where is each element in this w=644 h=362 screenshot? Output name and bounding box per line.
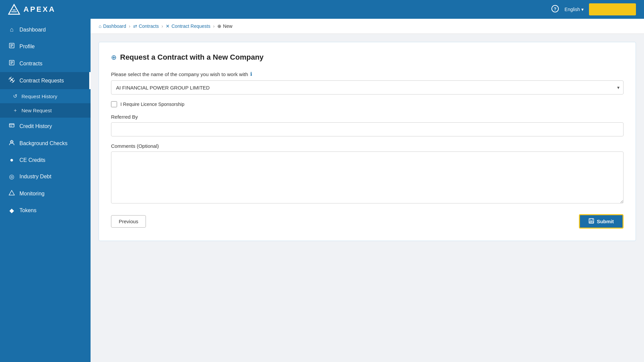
- breadcrumb-current: ⊕ New: [217, 23, 232, 29]
- sidebar-item-label: Contracts: [19, 61, 42, 67]
- comments-textarea[interactable]: [111, 152, 624, 203]
- main-layout: ⌂ Dashboard Profile Contracts Contract R…: [0, 19, 644, 362]
- sidebar-subitem-new-request[interactable]: ＋ New Request: [0, 103, 91, 118]
- breadcrumb-sep-1: ›: [129, 23, 130, 29]
- sidebar-subitem-label: Request History: [21, 94, 57, 99]
- previous-button[interactable]: Previous: [111, 215, 146, 228]
- sidebar: ⌂ Dashboard Profile Contracts Contract R…: [0, 19, 91, 362]
- sidebar-item-credit-history[interactable]: Credit History: [0, 118, 91, 135]
- sidebar-item-label: CE Credits: [19, 157, 45, 163]
- submit-button[interactable]: Submit: [579, 214, 624, 229]
- new-request-icon: ＋: [12, 107, 18, 114]
- sidebar-item-ce-credits[interactable]: ● CE Credits: [0, 152, 91, 168]
- breadcrumb-contracts[interactable]: ⇄ Contracts: [133, 23, 159, 29]
- contracts-bc-icon: ⇄: [133, 23, 137, 29]
- licence-checkbox-label[interactable]: I Require Licence Sponsorship: [120, 102, 184, 107]
- sidebar-item-industry-debt[interactable]: ◎ Industry Debt: [0, 168, 91, 185]
- sidebar-item-label: Credit History: [19, 123, 52, 129]
- form-title-text: Request a Contract with a New Company: [120, 53, 264, 62]
- sidebar-item-contracts[interactable]: Contracts: [0, 55, 91, 72]
- top-navigation: APEXA ? English ▾: [0, 0, 644, 19]
- referred-by-input[interactable]: [111, 122, 624, 136]
- submit-button-label: Submit: [597, 219, 614, 224]
- contract-requests-bc-icon: ✕: [166, 23, 170, 29]
- licence-checkbox-row: I Require Licence Sponsorship: [111, 101, 624, 107]
- sidebar-subitem-label: New Request: [21, 108, 52, 113]
- sidebar-item-label: Dashboard: [19, 27, 46, 33]
- sidebar-item-label: Background Checks: [19, 140, 67, 146]
- sidebar-item-monitoring[interactable]: Monitoring: [0, 185, 91, 202]
- breadcrumb-label: Contracts: [139, 23, 159, 29]
- breadcrumb-dashboard[interactable]: ⌂ Dashboard: [99, 23, 126, 29]
- topnav-right: ? English ▾: [551, 3, 636, 15]
- sidebar-item-label: Contract Requests: [19, 78, 64, 84]
- sidebar-item-label: Profile: [19, 44, 35, 50]
- breadcrumb-sep-3: ›: [213, 23, 215, 29]
- monitoring-icon: [8, 190, 15, 197]
- sidebar-item-label: Monitoring: [19, 191, 45, 197]
- sidebar-subitem-request-history[interactable]: ↺ Request History: [0, 89, 91, 103]
- language-selector[interactable]: English ▾: [565, 7, 584, 12]
- sidebar-item-dashboard[interactable]: ⌂ Dashboard: [0, 21, 91, 38]
- sidebar-item-contract-requests[interactable]: Contract Requests: [0, 72, 91, 89]
- ce-credits-icon: ●: [8, 157, 15, 164]
- form-title-icon: ⊕: [111, 53, 117, 61]
- referred-by-label: Referred By: [111, 114, 624, 120]
- sidebar-item-profile[interactable]: Profile: [0, 38, 91, 55]
- contracts-icon: [8, 60, 15, 67]
- company-label-text: Please select the name of the company yo…: [111, 71, 248, 77]
- language-label: English: [565, 7, 580, 12]
- svg-text:?: ?: [554, 6, 556, 11]
- svg-marker-0: [9, 5, 19, 14]
- profile-icon: [8, 43, 15, 50]
- submit-icon: [589, 218, 594, 225]
- tokens-icon: ◆: [8, 207, 15, 214]
- company-select[interactable]: AI FINANCIAL POWER GROUP LIMITEDOther Co…: [111, 80, 624, 95]
- breadcrumb-current-label: New: [223, 23, 232, 29]
- background-checks-icon: [8, 139, 15, 147]
- sidebar-item-label: Tokens: [19, 207, 37, 214]
- help-icon[interactable]: ?: [551, 5, 559, 14]
- breadcrumb-label: Dashboard: [103, 23, 126, 29]
- breadcrumb-label: Contract Requests: [171, 23, 210, 29]
- apexa-logo-icon: [8, 3, 20, 15]
- info-icon[interactable]: ℹ: [250, 71, 252, 77]
- logo-area: APEXA: [8, 3, 56, 15]
- company-select-wrapper: AI FINANCIAL POWER GROUP LIMITEDOther Co…: [111, 80, 624, 95]
- contract-requests-icon: [8, 77, 15, 84]
- credit-history-icon: [8, 122, 15, 130]
- home-icon: ⌂: [99, 23, 101, 29]
- new-bc-icon: ⊕: [217, 23, 221, 29]
- language-chevron-icon: ▾: [581, 7, 584, 12]
- content-area: ⌂ Dashboard › ⇄ Contracts › ✕ Contract R…: [91, 19, 644, 362]
- breadcrumb-sep-2: ›: [162, 23, 163, 29]
- svg-marker-20: [9, 190, 14, 195]
- company-label: Please select the name of the company yo…: [111, 71, 624, 77]
- topnav-cta-button[interactable]: [589, 3, 636, 15]
- sidebar-item-label: Industry Debt: [19, 174, 51, 180]
- logo-text: APEXA: [23, 5, 56, 14]
- licence-checkbox[interactable]: [111, 101, 117, 107]
- request-history-icon: ↺: [12, 93, 18, 99]
- sidebar-item-background-checks[interactable]: Background Checks: [0, 135, 91, 152]
- comments-label: Comments (Optional): [111, 143, 624, 149]
- form-card: ⊕ Request a Contract with a New Company …: [99, 42, 636, 241]
- svg-rect-15: [9, 124, 14, 127]
- form-title: ⊕ Request a Contract with a New Company: [111, 53, 624, 62]
- breadcrumb: ⌂ Dashboard › ⇄ Contracts › ✕ Contract R…: [91, 19, 644, 34]
- industry-debt-icon: ◎: [8, 173, 15, 180]
- sidebar-item-tokens[interactable]: ◆ Tokens: [0, 202, 91, 219]
- form-actions: Previous Submit: [111, 214, 624, 229]
- dashboard-icon: ⌂: [8, 26, 15, 33]
- breadcrumb-contract-requests[interactable]: ✕ Contract Requests: [166, 23, 210, 29]
